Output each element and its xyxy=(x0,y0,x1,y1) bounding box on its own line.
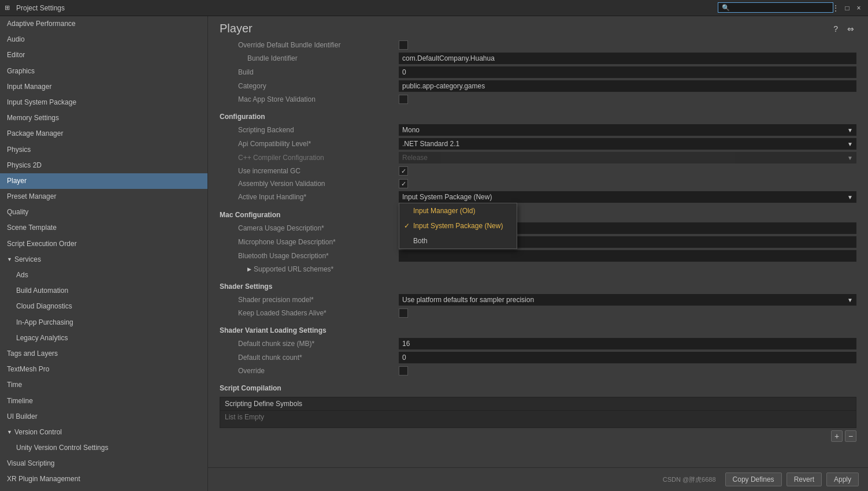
bundle-identifier-input[interactable] xyxy=(399,53,856,64)
keep-loaded-shaders-row: Keep Loaded Shaders Alive* xyxy=(220,307,856,319)
bundle-identifier-label: Bundle Identifier xyxy=(220,54,399,62)
category-label: Category xyxy=(220,82,399,90)
api-compatibility-value: .NET Standard 2.1 ▼ xyxy=(399,138,856,150)
sidebar-item-visual-scripting[interactable]: Visual Scripting xyxy=(0,456,207,471)
window-title: Project Settings xyxy=(16,4,831,12)
sidebar-item-package-manager[interactable]: Package Manager xyxy=(0,126,207,142)
sidebar-item-audio[interactable]: Audio xyxy=(0,32,207,47)
sidebar-item-quality[interactable]: Quality xyxy=(0,204,207,220)
scripting-backend-row: Scripting Backend Mono ▼ xyxy=(220,123,856,137)
sidebar-item-textmesh-pro[interactable]: TextMesh Pro xyxy=(0,362,207,377)
maximize-button[interactable]: □ xyxy=(843,3,852,13)
sidebar: Adaptive Performance Audio Editor Graphi… xyxy=(0,16,208,491)
cpp-compiler-dropdown[interactable]: Release ▼ xyxy=(399,152,856,163)
microphone-usage-row: Microphone Usage Description* xyxy=(220,235,856,249)
mac-app-store-validation-checkbox[interactable] xyxy=(399,95,408,104)
camera-usage-row: Camera Usage Description* xyxy=(220,221,856,235)
sidebar-item-preset-manager[interactable]: Preset Manager xyxy=(0,189,207,204)
override-bundle-checkbox[interactable] xyxy=(399,40,408,50)
assembly-version-row: Assembly Version Validation xyxy=(220,177,856,190)
defines-footer: + − xyxy=(220,428,856,444)
sidebar-item-graphics[interactable]: Graphics xyxy=(0,64,207,79)
default-chunk-size-input[interactable] xyxy=(399,338,856,349)
sidebar-item-input-system-package[interactable]: Input System Package xyxy=(0,95,207,110)
sidebar-item-ads[interactable]: Ads xyxy=(0,267,207,283)
sidebar-item-timeline[interactable]: Timeline xyxy=(0,393,207,409)
camera-usage-label: Camera Usage Description* xyxy=(220,224,399,232)
bluetooth-usage-input[interactable] xyxy=(399,250,856,262)
active-input-handling-label: Active Input Handling* xyxy=(220,193,399,201)
content-area: Player ? ⇔ Override Default Bundle Ident… xyxy=(208,16,868,491)
active-input-handling-value: Input System Package (New) ▼ xyxy=(399,191,856,203)
incremental-gc-checkbox[interactable] xyxy=(399,166,408,176)
sidebar-item-memory-settings[interactable]: Memory Settings xyxy=(0,110,207,126)
sidebar-item-cloud-diagnostics[interactable]: Cloud Diagnostics xyxy=(0,299,207,314)
dropdown-option-input-system[interactable]: ✓ Input System Package (New) xyxy=(399,218,517,233)
keep-loaded-shaders-checkbox[interactable] xyxy=(399,308,408,318)
default-chunk-count-value xyxy=(399,352,856,363)
incremental-gc-row: Use incremental GC xyxy=(220,165,856,177)
override-checkbox[interactable] xyxy=(399,366,408,375)
scripting-backend-label: Scripting Backend xyxy=(220,126,399,134)
api-compatibility-row: Api Compatibility Level* .NET Standard 2… xyxy=(220,137,856,151)
override-bundle-row: Override Default Bundle Identifier xyxy=(220,39,856,51)
header-icons: ? ⇔ xyxy=(831,23,856,35)
api-compatibility-dropdown-text: .NET Standard 2.1 xyxy=(402,140,845,148)
copy-defines-button[interactable]: Copy Defines xyxy=(725,473,782,486)
active-input-handling-row: Active Input Handling* Input System Pack… xyxy=(220,190,856,204)
sidebar-item-physics-2d[interactable]: Physics 2D xyxy=(0,158,207,173)
add-define-button[interactable]: + xyxy=(831,430,843,442)
help-button[interactable]: ? xyxy=(831,23,840,35)
default-chunk-count-label: Default chunk count* xyxy=(220,354,399,362)
revert-button[interactable]: Revert xyxy=(787,473,822,486)
override-bundle-label: Override Default Bundle Identifier xyxy=(220,41,399,49)
shader-precision-label: Shader precision model* xyxy=(220,296,399,304)
sidebar-item-input-manager[interactable]: Input Manager xyxy=(0,79,207,95)
remove-define-button[interactable]: − xyxy=(845,430,856,442)
sidebar-item-ui-builder[interactable]: UI Builder xyxy=(0,409,207,425)
scripting-backend-dropdown-text: Mono xyxy=(402,126,845,134)
scripting-backend-dropdown[interactable]: Mono ▼ xyxy=(399,124,856,136)
sidebar-item-script-execution-order[interactable]: Script Execution Order xyxy=(0,236,207,252)
sidebar-item-legacy-analytics[interactable]: Legacy Analytics xyxy=(0,330,207,346)
assembly-version-checkbox[interactable] xyxy=(399,179,408,188)
sidebar-item-adaptive-performance[interactable]: Adaptive Performance xyxy=(0,16,207,32)
default-chunk-size-label: Default chunk size (MB)* xyxy=(220,340,399,348)
sidebar-item-services[interactable]: ▼ Services xyxy=(0,252,207,267)
dropdown-option-both[interactable]: Both xyxy=(399,233,517,248)
shader-precision-dropdown-text: Use platform defaults for sampler precis… xyxy=(402,296,845,304)
bundle-identifier-row: Bundle Identifier xyxy=(220,51,856,65)
sidebar-item-player[interactable]: Player xyxy=(0,173,207,189)
api-compatibility-dropdown[interactable]: .NET Standard 2.1 ▼ xyxy=(399,138,856,150)
build-label: Build xyxy=(220,68,399,76)
sidebar-item-unity-version-control-settings[interactable]: Unity Version Control Settings xyxy=(0,440,207,456)
sidebar-item-version-control[interactable]: ▼ Version Control xyxy=(0,425,207,440)
category-input[interactable] xyxy=(399,80,856,92)
both-option-label: Both xyxy=(413,237,428,245)
api-compatibility-label: Api Compatibility Level* xyxy=(220,140,399,148)
sidebar-item-xr-plugin-management[interactable]: XR Plugin Management xyxy=(0,471,207,487)
services-expand-arrow: ▼ xyxy=(7,255,12,263)
shader-precision-dropdown[interactable]: Use platform defaults for sampler precis… xyxy=(399,294,856,306)
active-input-handling-dropdown[interactable]: Input System Package (New) ▼ xyxy=(399,191,856,203)
search-input[interactable] xyxy=(718,2,833,13)
shader-precision-dropdown-arrow: ▼ xyxy=(847,297,853,303)
layout-button[interactable]: ⇔ xyxy=(845,23,856,35)
sidebar-item-time[interactable]: Time xyxy=(0,377,207,393)
close-button[interactable]: × xyxy=(854,3,863,13)
sidebar-item-physics[interactable]: Physics xyxy=(0,142,207,158)
sidebar-item-tags-and-layers[interactable]: Tags and Layers xyxy=(0,346,207,362)
dropdown-option-input-manager[interactable]: Input Manager (Old) xyxy=(399,203,517,218)
apply-button[interactable]: Apply xyxy=(826,473,859,486)
configuration-section-header: Configuration xyxy=(220,108,856,123)
sidebar-item-editor[interactable]: Editor xyxy=(0,47,207,63)
sidebar-item-in-app-purchasing[interactable]: In-App Purchasing xyxy=(0,315,207,330)
app-icon: ⊞ xyxy=(5,4,13,12)
sidebar-item-scene-template[interactable]: Scene Template xyxy=(0,220,207,236)
build-row: Build xyxy=(220,65,856,79)
default-chunk-count-input[interactable] xyxy=(399,352,856,363)
build-input[interactable] xyxy=(399,66,856,78)
sidebar-item-build-automation[interactable]: Build Automation xyxy=(0,283,207,299)
bundle-identifier-value xyxy=(399,53,856,64)
category-row: Category xyxy=(220,79,856,93)
